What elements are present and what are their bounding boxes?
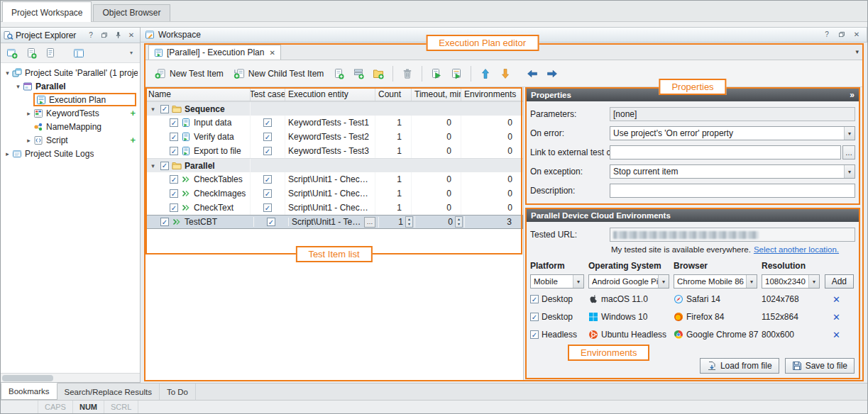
run-item-button[interactable] [428, 66, 445, 82]
remove-environment-button[interactable]: ✕ [833, 294, 840, 305]
add-environment-button[interactable]: Add [825, 274, 854, 289]
column-header-test-case[interactable]: Test case [251, 87, 285, 101]
move-up-button[interactable] [477, 66, 494, 82]
tree-item-project-suite-parallel-1-project[interactable]: ▾Project Suite 'Parallel' (1 project) [1, 66, 140, 79]
item-checkbox[interactable] [170, 147, 178, 155]
tree-expand-arrow[interactable]: ▾ [3, 69, 12, 77]
delete-button[interactable] [399, 66, 416, 82]
tree-item-project-suite-logs[interactable]: ▸Project Suite Logs [1, 147, 140, 160]
help-icon[interactable]: ? [85, 30, 97, 40]
scrollbar-thumb[interactable] [2, 375, 53, 381]
pin-icon[interactable] [112, 30, 123, 40]
tree-item-keywordtests[interactable]: ▸KeywordTests+ [1, 106, 140, 120]
tree-expand-arrow[interactable]: ▸ [24, 110, 33, 117]
test-item-row-testcbt[interactable]: TestCBTScript\Unit1 - Test……1▴▾0▴▾3 [145, 215, 523, 229]
test-case-checkbox[interactable] [263, 203, 272, 212]
bottom-tab-bookmarks[interactable]: Bookmarks [1, 383, 57, 400]
item-checkbox[interactable] [170, 203, 178, 212]
add-project-button[interactable] [4, 45, 21, 61]
column-header-environments[interactable]: Environments [461, 87, 523, 101]
load-from-file-button[interactable]: Load from file [700, 358, 779, 374]
test-case-checkbox[interactable] [263, 118, 272, 127]
browser-select[interactable]: Chrome Mobile 86▾ [674, 274, 757, 289]
tab-close-icon[interactable]: ✕ [269, 49, 275, 57]
expand-arrow[interactable]: ▾ [148, 162, 158, 169]
horizontal-scrollbar[interactable] [1, 373, 140, 382]
float-window-icon[interactable] [836, 30, 847, 40]
column-header-count[interactable]: Count [375, 87, 412, 101]
bottom-tab-to-do[interactable]: To Do [160, 384, 196, 400]
test-item-row-verify-data[interactable]: Verify dataKeywordTests - Test2100 [145, 130, 523, 144]
item-checkbox[interactable] [160, 218, 169, 226]
add-list-button[interactable] [350, 66, 367, 82]
tree-item-script[interactable]: ▸Script+ [1, 133, 140, 147]
environment-checkbox[interactable] [530, 313, 539, 321]
new-test-item-button[interactable]: New Test Item [151, 66, 227, 82]
add-folder-button[interactable] [370, 66, 387, 82]
add-item-button[interactable] [330, 66, 347, 82]
description-input[interactable] [610, 184, 855, 198]
expand-arrow[interactable]: ▾ [148, 106, 158, 113]
open-item-button[interactable] [42, 45, 59, 61]
top-tab-project-workspace[interactable]: Project Workspace [2, 1, 92, 22]
tree-item-execution-plan[interactable]: Execution Plan [1, 93, 140, 106]
move-down-button[interactable] [497, 66, 514, 82]
collapse-chevrons-icon[interactable]: » [850, 90, 855, 100]
group-checkbox[interactable] [160, 162, 169, 170]
close-panel-icon[interactable]: ✕ [126, 30, 137, 40]
add-item-button[interactable] [23, 45, 40, 61]
remove-environment-button[interactable]: ✕ [833, 330, 840, 340]
test-case-checkbox[interactable] [263, 147, 272, 155]
tree-item-namemapping[interactable]: NameMapping [1, 120, 140, 133]
test-item-row-export-to-file[interactable]: Export to fileKeywordTests - Test3100 [145, 144, 523, 158]
save-to-file-button[interactable]: Save to file [785, 358, 855, 374]
outdent-button[interactable] [524, 66, 541, 82]
tree-expand-arrow[interactable]: ▸ [24, 137, 33, 144]
group-row-sequence[interactable]: ▾Sequence [145, 101, 523, 116]
test-case-checkbox[interactable] [263, 189, 272, 198]
link-to-external-test-case-browse-button[interactable]: … [842, 145, 855, 160]
column-header-execution-entity[interactable]: Execution entity [285, 87, 375, 101]
test-case-checkbox[interactable] [263, 175, 272, 184]
column-header-name[interactable]: Name [145, 87, 251, 101]
test-item-row-checktext[interactable]: CheckTextScript\Unit1 - CheckText100 [145, 201, 523, 215]
tab-list-caret-icon[interactable]: ▾ [855, 48, 859, 55]
environment-checkbox[interactable] [530, 330, 539, 339]
top-tab-object-browser[interactable]: Object Browser [93, 4, 170, 21]
timeout-stepper[interactable]: ▴▾ [455, 216, 463, 228]
column-header-timeout-min[interactable]: Timeout, min [412, 87, 461, 101]
toolbar-options-caret-icon[interactable]: ▾ [126, 47, 137, 58]
bottom-tab-search-replace-results[interactable]: Search/Replace Results [57, 384, 160, 400]
item-checkbox[interactable] [170, 118, 178, 127]
tree-add-button[interactable]: + [130, 135, 138, 145]
test-item-row-checktables[interactable]: CheckTablesScript\Unit1 - CheckT…100 [145, 172, 523, 186]
panel-view-button[interactable] [70, 45, 87, 61]
os-select[interactable]: Android Google Pixel▾ [588, 274, 669, 289]
tree-expand-arrow[interactable]: ▸ [3, 150, 12, 157]
group-checkbox[interactable] [160, 105, 169, 113]
execution-plan-document-tab[interactable]: [Parallel] - Execution Plan ✕ [148, 45, 281, 60]
entity-browse-button[interactable]: … [364, 217, 375, 228]
item-checkbox[interactable] [170, 133, 178, 141]
test-case-checkbox[interactable] [263, 133, 272, 141]
tested-url-field[interactable] [610, 228, 855, 242]
count-stepper[interactable]: ▴▾ [405, 216, 413, 228]
indent-button[interactable] [544, 66, 561, 82]
group-row-parallel[interactable]: ▾Parallel [145, 158, 523, 172]
remove-environment-button[interactable]: ✕ [833, 312, 840, 323]
tree-expand-arrow[interactable]: ▾ [13, 83, 23, 90]
item-checkbox[interactable] [170, 189, 178, 198]
platform-select[interactable]: Mobile▾ [530, 274, 584, 289]
test-item-row-input-data[interactable]: Input dataKeywordTests - Test1100 [145, 116, 523, 130]
run-report-button[interactable] [448, 66, 465, 82]
tree-item-parallel[interactable]: ▾Parallel [1, 79, 140, 93]
item-checkbox[interactable] [170, 175, 178, 184]
float-window-icon[interactable] [99, 30, 110, 40]
close-workspace-icon[interactable]: ✕ [851, 30, 862, 40]
new-child-test-item-button[interactable]: New Child Test Item [230, 66, 327, 82]
help-icon[interactable]: ? [821, 30, 833, 40]
test-case-checkbox[interactable] [267, 218, 275, 226]
on-exception-select[interactable]: Stop current item▾ [610, 164, 855, 179]
environment-checkbox[interactable] [530, 295, 539, 303]
on-error-select[interactable]: Use project's 'On error' property▾ [610, 126, 855, 140]
